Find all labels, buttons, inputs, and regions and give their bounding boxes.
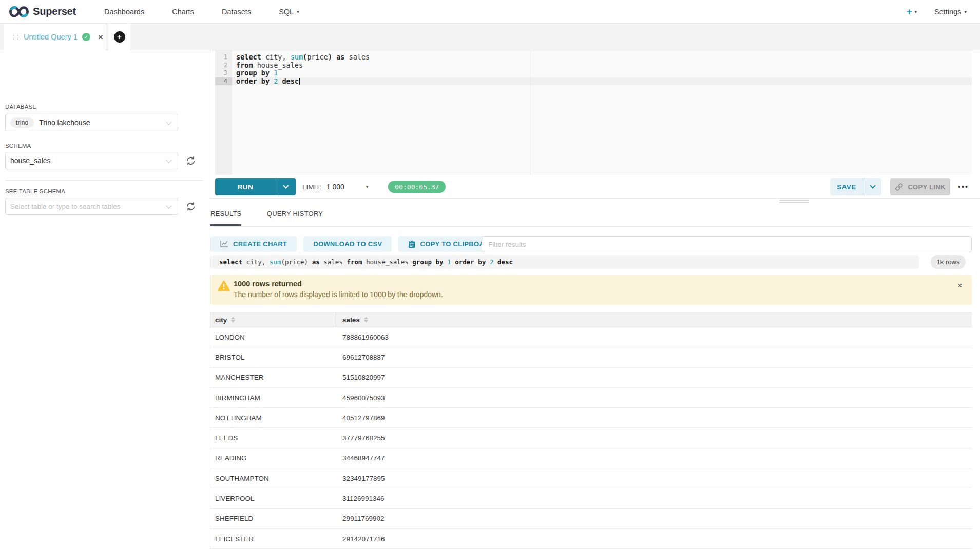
chevron-down-icon: ▾ [915,9,917,14]
pane-splitter[interactable] [210,198,980,199]
text-cursor [299,78,300,85]
brand-name: Superset [33,6,76,17]
refresh-tables-button[interactable] [184,200,197,213]
nav-item-charts[interactable]: Charts [158,0,208,23]
table-cell: 51510820997 [336,368,972,387]
table-cell: LEEDS [210,428,336,447]
download-csv-label: DOWNLOAD TO CSV [313,240,382,248]
tab-results[interactable]: RESULTS [210,210,241,226]
nav-item-sql[interactable]: SQL▾ [265,0,313,23]
run-options-button[interactable] [276,178,296,195]
query-preview: select city, sum(price) as sales from ho… [210,255,919,269]
create-chart-button[interactable]: CREATE CHART [210,236,297,252]
splitter-grip-icon [779,202,809,203]
table-select[interactable]: Select table or type to search tables [5,198,178,215]
table-row: BIRMINGHAM45960075093 [210,388,972,408]
schema-label: SCHEMA [5,143,31,149]
table-cell: 34468947747 [336,448,972,468]
table-cell: BIRMINGHAM [210,388,336,407]
tab-title: Untitled Query 1 [24,33,78,41]
database-select[interactable]: trino Trino lakehouse [5,114,178,131]
new-item-button[interactable]: + ▾ [906,7,917,16]
chevron-down-icon: ▾ [964,9,967,14]
limit-dropdown[interactable]: LIMIT: 1 000 ▾ [302,183,368,191]
results-table-body: LONDON788861960063BRISTOL69612708887MANC… [210,327,972,549]
navbar: Superset DashboardsChartsDatasetsSQL▾ + … [0,0,980,24]
run-button[interactable]: RUN [215,178,296,195]
chevron-down-icon [166,157,171,163]
add-tab-button[interactable]: + [114,31,125,43]
splitter-grip-icon [779,200,809,201]
nav-menu: DashboardsChartsDatasetsSQL▾ [90,0,313,23]
refresh-icon [185,155,196,166]
clipboard-icon [408,240,415,248]
database-value: Trino lakehouse [39,119,90,127]
sidebar-divider [5,180,203,181]
nav-item-dashboards[interactable]: Dashboards [90,0,158,23]
rows-returned-alert: 1000 rows returned The number of rows di… [210,275,972,305]
chevron-down-icon: ▾ [366,184,369,189]
row-count-badge: 1k rows [931,255,966,269]
table-cell: LEICESTER [210,529,336,548]
table-row: SHEFFIELD29911769902 [210,509,972,529]
alert-description: The number of rows displayed is limited … [234,290,443,299]
table-cell: NOTTINGHAM [210,408,336,427]
sqllab-sidebar: DATABASE trino Trino lakehouse SCHEMA ho… [0,50,210,549]
table-cell: 31126991346 [336,488,972,508]
refresh-schemas-button[interactable] [184,154,197,167]
column-header-sales[interactable]: sales [336,312,972,327]
filter-results-input[interactable] [482,236,972,252]
limit-value: 1 000 [326,183,344,191]
refresh-icon [185,201,196,212]
table-row: BRISTOL69612708887 [210,347,972,367]
chevron-down-icon [166,119,171,125]
run-button-label[interactable]: RUN [215,178,276,195]
table-cell: 69612708887 [336,347,972,367]
nav-item-datasets[interactable]: Datasets [208,0,265,23]
table-row: LEICESTER29142071716 [210,529,972,549]
tab-untitled-query[interactable]: ⋮⋮ Untitled Query 1 ✓ × [4,24,106,50]
table-cell: SHEFFIELD [210,509,336,528]
settings-label: Settings [934,8,961,16]
table-row: LONDON788861960063 [210,327,972,347]
drag-handle-icon[interactable]: ⋮⋮ [11,34,19,40]
table-cell: 40512797869 [336,408,972,427]
editor-code[interactable]: select city, sum(price) as salesfrom hou… [232,50,972,175]
column-header-city[interactable]: city [210,312,336,327]
close-alert-icon[interactable]: × [957,281,963,290]
results-header-row: citysales [210,312,972,327]
table-cell: 29911769902 [336,509,972,528]
sort-icon[interactable] [364,317,368,323]
download-csv-button[interactable]: DOWNLOAD TO CSV [303,236,392,252]
query-tab-bar: ⋮⋮ Untitled Query 1 ✓ × + [0,24,980,50]
results-table: citysales LONDON788861960063BRISTOL69612… [210,312,972,549]
tab-query-history[interactable]: QUERY HISTORY [267,210,323,224]
table-cell: BRISTOL [210,347,336,367]
sql-editor[interactable]: 1234 select city, sum(price) as salesfro… [215,50,972,175]
save-button-label[interactable]: SAVE [830,178,863,195]
close-tab-icon[interactable]: × [98,33,103,42]
save-button[interactable]: SAVE [830,178,881,195]
copy-link-label: COPY LINK [908,183,945,191]
table-cell: READING [210,448,336,468]
chevron-down-icon: ▾ [297,9,299,14]
database-type-tag: trino [10,117,34,128]
results-tab-bar: RESULTS QUERY HISTORY [210,209,972,227]
more-actions-button[interactable]: ••• [955,183,972,191]
table-cell: MANCHESTER [210,368,336,387]
chevron-down-icon [870,183,875,188]
save-options-button[interactable] [863,178,881,195]
sort-icon[interactable] [231,317,235,323]
table-row: LEEDS37779768255 [210,428,972,448]
copy-link-button[interactable]: COPY LINK [890,178,950,195]
editor-toolbar: RUN LIMIT: 1 000 ▾ 00:00:05.37 SAVE COPY… [215,178,972,195]
settings-menu[interactable]: Settings ▾ [934,8,967,16]
link-icon [895,183,904,191]
superset-logo[interactable]: Superset [9,5,76,18]
superset-infinity-icon [9,5,29,18]
schema-select[interactable]: house_sales [5,152,178,169]
table-row: MANCHESTER51510820997 [210,368,972,388]
warning-triangle-icon [218,280,230,291]
limit-label: LIMIT: [302,183,321,191]
chevron-down-icon [166,203,171,208]
